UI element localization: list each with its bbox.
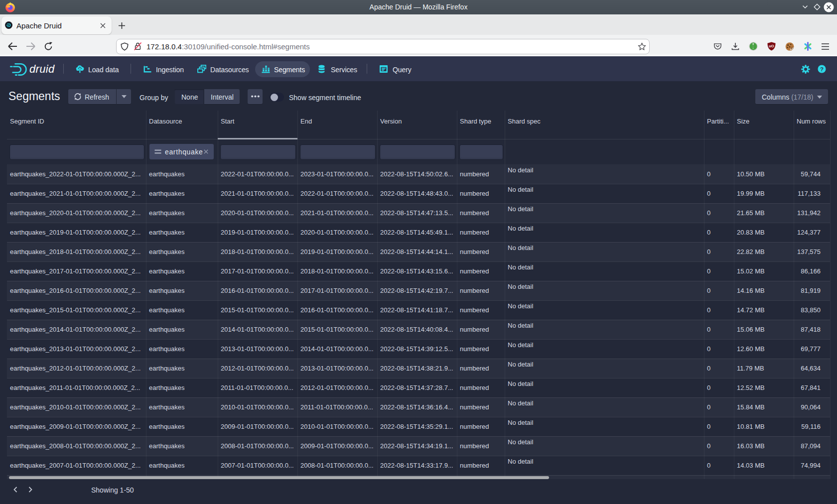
svg-text:uO: uO bbox=[769, 44, 774, 48]
svg-text:?: ? bbox=[820, 66, 824, 72]
